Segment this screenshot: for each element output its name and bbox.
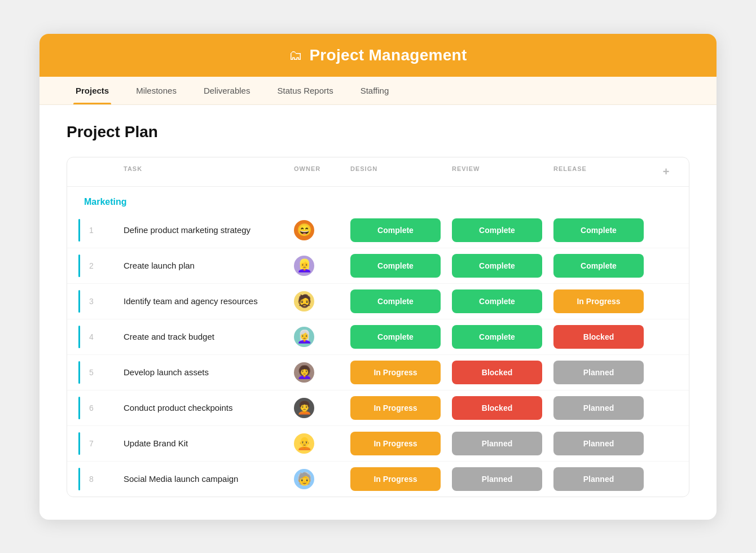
avatar: 🧓 — [294, 469, 314, 489]
design-cell[interactable]: In Progress — [350, 396, 452, 420]
release-status[interactable]: Planned — [553, 432, 644, 455]
avatar: 👩‍🦳 — [294, 327, 314, 347]
table-row: 8 Social Media launch campaign 🧓 In Prog… — [67, 462, 689, 497]
review-status[interactable]: Planned — [452, 467, 542, 491]
review-cell[interactable]: Complete — [452, 325, 553, 349]
release-status[interactable]: Blocked — [553, 325, 644, 349]
review-status[interactable]: Complete — [452, 218, 542, 242]
review-cell[interactable]: Planned — [452, 432, 553, 455]
task-name: Social Media launch campaign — [124, 474, 294, 484]
review-status[interactable]: Blocked — [452, 396, 542, 420]
row-indicator — [78, 254, 80, 277]
nav-milestones[interactable]: Milestones — [134, 77, 179, 104]
design-cell[interactable]: Complete — [350, 254, 452, 278]
table-row: 6 Conduct product checkpoints 🧑‍🦱 In Pro… — [67, 390, 689, 426]
row-indicator — [78, 219, 80, 242]
design-status[interactable]: In Progress — [350, 432, 441, 455]
review-cell[interactable]: Complete — [452, 289, 553, 313]
project-table: TASK OWNER DESIGN REVIEW RELEASE + Marke… — [67, 157, 689, 497]
review-status[interactable]: Blocked — [452, 361, 542, 384]
design-status[interactable]: Complete — [350, 325, 441, 349]
row-number: 7 — [78, 432, 124, 455]
avatar: 🧑‍🦱 — [294, 398, 314, 418]
design-status[interactable]: Complete — [350, 218, 441, 242]
design-cell[interactable]: In Progress — [350, 432, 452, 455]
task-name: Define product marketing strategy — [124, 225, 294, 235]
design-status[interactable]: In Progress — [350, 361, 441, 384]
avatar: 🧔 — [294, 291, 314, 311]
table-row: 3 Identify team and agency resources 🧔 C… — [67, 284, 689, 319]
row-indicator — [78, 468, 80, 490]
add-column-button[interactable]: + — [655, 165, 678, 178]
release-status[interactable]: Complete — [553, 254, 644, 278]
task-name: Conduct product checkpoints — [124, 403, 294, 412]
section-marketing: Marketing — [67, 187, 689, 213]
review-cell[interactable]: Blocked — [452, 361, 553, 384]
nav-status-reports[interactable]: Status Reports — [275, 77, 335, 104]
release-cell[interactable]: Complete — [553, 254, 655, 278]
review-status[interactable]: Planned — [452, 432, 542, 455]
release-cell[interactable]: Blocked — [553, 325, 655, 349]
col-task: TASK — [124, 165, 294, 178]
row-number: 8 — [78, 468, 124, 490]
release-status[interactable]: Complete — [553, 218, 644, 242]
design-cell[interactable]: In Progress — [350, 361, 452, 384]
design-status[interactable]: In Progress — [350, 396, 441, 420]
owner-cell: 👩‍🦳 — [294, 327, 350, 347]
nav-projects[interactable]: Projects — [73, 77, 111, 104]
nav-bar: Projects Milestones Deliverables Status … — [39, 77, 717, 105]
nav-deliverables[interactable]: Deliverables — [201, 77, 253, 104]
design-status[interactable]: Complete — [350, 254, 441, 278]
design-cell[interactable]: Complete — [350, 218, 452, 242]
review-cell[interactable]: Complete — [452, 218, 553, 242]
table-row: 2 Create launch plan 👱‍♀️ Complete Compl… — [67, 248, 689, 284]
main-content: Project Plan TASK OWNER DESIGN REVIEW RE… — [39, 105, 717, 520]
release-status[interactable]: In Progress — [553, 289, 644, 313]
avatar: 😄 — [294, 220, 314, 240]
table-body: 1 Define product marketing strategy 😄 Co… — [67, 213, 689, 497]
owner-cell: 👩‍🦱 — [294, 362, 350, 383]
row-number: 2 — [78, 254, 124, 277]
design-cell[interactable]: Complete — [350, 289, 452, 313]
row-indicator — [78, 397, 80, 419]
design-status[interactable]: Complete — [350, 289, 441, 313]
avatar: 👩‍🦱 — [294, 362, 314, 383]
release-status[interactable]: Planned — [553, 396, 644, 420]
review-cell[interactable]: Complete — [452, 254, 553, 278]
owner-cell: 🧓 — [294, 469, 350, 489]
task-name: Update Brand Kit — [124, 438, 294, 448]
design-cell[interactable]: Complete — [350, 325, 452, 349]
col-release: RELEASE — [553, 165, 655, 178]
owner-cell: 😄 — [294, 220, 350, 240]
row-indicator — [78, 326, 80, 348]
avatar: 🧑‍🦲 — [294, 433, 314, 454]
release-cell[interactable]: Complete — [553, 218, 655, 242]
release-status[interactable]: Planned — [553, 467, 644, 491]
release-cell[interactable]: In Progress — [553, 289, 655, 313]
row-number: 3 — [78, 290, 124, 313]
review-status[interactable]: Complete — [452, 254, 542, 278]
review-cell[interactable]: Blocked — [452, 396, 553, 420]
review-status[interactable]: Complete — [452, 325, 542, 349]
col-review: REVIEW — [452, 165, 553, 178]
release-cell[interactable]: Planned — [553, 467, 655, 491]
task-name: Identify team and agency resources — [124, 296, 294, 306]
task-name: Create and track budget — [124, 332, 294, 341]
app-container: 🗂 Project Management Projects Milestones… — [39, 34, 717, 520]
section-title: Marketing — [84, 197, 127, 207]
table-row: 7 Update Brand Kit 🧑‍🦲 In Progress Plann… — [67, 426, 689, 462]
release-status[interactable]: Planned — [553, 361, 644, 384]
design-cell[interactable]: In Progress — [350, 467, 452, 491]
release-cell[interactable]: Planned — [553, 361, 655, 384]
avatar: 👱‍♀️ — [294, 256, 314, 276]
page-title: Project Plan — [67, 123, 689, 141]
review-status[interactable]: Complete — [452, 289, 542, 313]
col-empty — [78, 165, 124, 178]
release-cell[interactable]: Planned — [553, 396, 655, 420]
review-cell[interactable]: Planned — [452, 467, 553, 491]
release-cell[interactable]: Planned — [553, 432, 655, 455]
owner-cell: 🧔 — [294, 291, 350, 311]
design-status[interactable]: In Progress — [350, 467, 441, 491]
app-icon: 🗂 — [289, 47, 302, 63]
nav-staffing[interactable]: Staffing — [358, 77, 392, 104]
